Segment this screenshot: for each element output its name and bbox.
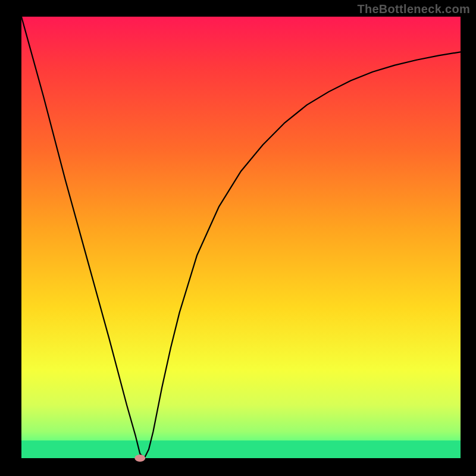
chart-frame: TheBottleneck.com [0,0,476,476]
chart-svg [0,0,476,476]
watermark-text: TheBottleneck.com [357,2,470,16]
plot-area [21,17,461,458]
green-band [21,440,461,458]
optimum-marker [134,455,145,462]
